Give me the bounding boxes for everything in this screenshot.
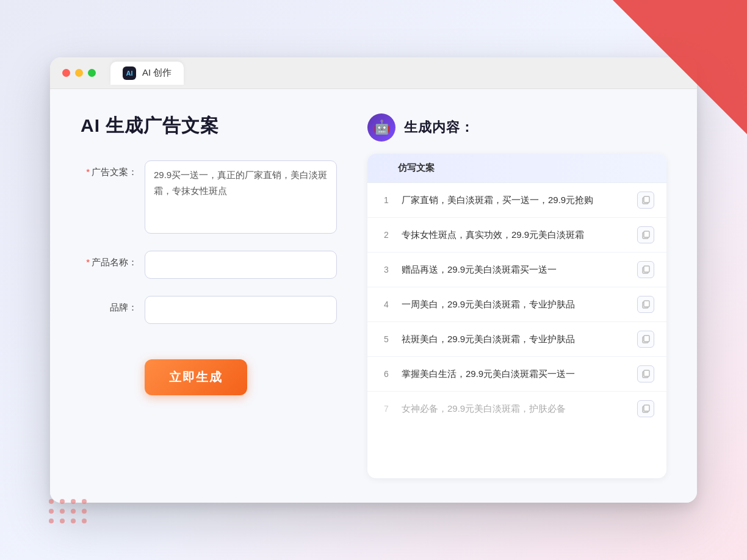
table-header: 仿写文案: [367, 154, 666, 183]
tab-label: AI 创作: [142, 67, 171, 79]
row-number: 4: [380, 300, 393, 309]
product-name-input[interactable]: 美白淡斑霜: [145, 251, 337, 279]
result-table: 仿写文案 1 厂家直销，美白淡斑霜，买一送一，29.9元抢购 2 专抹女性斑点，…: [367, 154, 666, 478]
row-number: 3: [380, 265, 393, 275]
table-row: 7 女神必备，29.9元美白淡斑霜，护肤必备: [367, 392, 666, 426]
copy-button[interactable]: [637, 261, 654, 278]
table-row: 5 祛斑美白，29.9元美白淡斑霜，专业护肤品: [367, 322, 666, 357]
svg-rect-11: [644, 370, 649, 376]
copy-button[interactable]: [637, 331, 654, 348]
titlebar: AI AI 创作: [50, 57, 697, 89]
svg-rect-5: [644, 266, 649, 272]
ad-copy-label: *广告文案：: [81, 160, 145, 178]
required-star: *: [86, 167, 90, 177]
row-number: 2: [380, 230, 393, 240]
corner-decoration: [613, 0, 747, 134]
svg-rect-3: [644, 231, 649, 237]
table-row: 2 专抹女性斑点，真实功效，29.9元美白淡斑霜: [367, 218, 666, 253]
row-number: 1: [380, 195, 393, 205]
table-row: 6 掌握美白生活，29.9元美白淡斑霜买一送一: [367, 357, 666, 392]
dot-decoration: [49, 499, 88, 523]
copy-button[interactable]: [637, 296, 654, 313]
brand-input[interactable]: 好白: [145, 296, 337, 324]
row-text: 赠品再送，29.9元美白淡斑霜买一送一: [402, 263, 629, 277]
row-text: 一周美白，29.9元美白淡斑霜，专业护肤品: [402, 298, 629, 312]
svg-rect-9: [644, 336, 649, 342]
row-number: 5: [380, 334, 393, 344]
maximize-button[interactable]: [88, 69, 96, 77]
row-number: 6: [380, 369, 393, 379]
row-text: 厂家直销，美白淡斑霜，买一送一，29.9元抢购: [402, 193, 629, 207]
brand-label: 品牌：: [81, 296, 145, 314]
copy-button[interactable]: [637, 192, 654, 209]
content-area: AI 生成广告文案 *广告文案： 29.9买一送一，真正的厂家直销，美白淡斑霜，…: [50, 89, 697, 503]
right-panel: 🤖 生成内容： 仿写文案 1 厂家直销，美白淡斑霜，买一送一，29.9元抢购 2…: [367, 113, 666, 478]
table-row: 3 赠品再送，29.9元美白淡斑霜买一送一: [367, 253, 666, 287]
tab-icon: AI: [123, 66, 136, 80]
ad-copy-input[interactable]: 29.9买一送一，真正的厂家直销，美白淡斑霜，专抹女性斑点: [145, 160, 337, 234]
table-row: 1 厂家直销，美白淡斑霜，买一送一，29.9元抢购: [367, 183, 666, 218]
copy-button[interactable]: [637, 365, 654, 382]
table-row: 4 一周美白，29.9元美白淡斑霜，专业护肤品: [367, 287, 666, 322]
row-text: 祛斑美白，29.9元美白淡斑霜，专业护肤品: [402, 332, 629, 346]
svg-rect-7: [644, 301, 649, 307]
traffic-lights: [62, 69, 96, 77]
browser-window: AI AI 创作 AI 生成广告文案 *广告文案： 29.9买一送一，真正的厂家…: [50, 57, 697, 503]
result-title: 生成内容：: [404, 118, 474, 137]
page-title: AI 生成广告文案: [81, 113, 337, 138]
generate-button[interactable]: 立即生成: [145, 359, 247, 395]
row-text: 女神必备，29.9元美白淡斑霜，护肤必备: [402, 402, 629, 416]
close-button[interactable]: [62, 69, 70, 77]
row-number: 7: [380, 404, 393, 414]
ai-tab[interactable]: AI AI 创作: [110, 62, 184, 85]
brand-row: 品牌： 好白: [81, 296, 337, 324]
product-name-row: *产品名称： 美白淡斑霜: [81, 251, 337, 279]
row-text: 掌握美白生活，29.9元美白淡斑霜买一送一: [402, 367, 629, 381]
svg-rect-1: [644, 196, 649, 203]
product-name-label: *产品名称：: [81, 251, 145, 268]
required-star-2: *: [86, 257, 90, 267]
ad-copy-row: *广告文案： 29.9买一送一，真正的厂家直销，美白淡斑霜，专抹女性斑点: [81, 160, 337, 234]
svg-rect-13: [644, 405, 649, 411]
copy-button[interactable]: [637, 226, 654, 243]
robot-icon: 🤖: [367, 113, 395, 142]
copy-button[interactable]: [637, 400, 654, 417]
left-panel: AI 生成广告文案 *广告文案： 29.9买一送一，真正的厂家直销，美白淡斑霜，…: [81, 113, 337, 478]
row-text: 专抹女性斑点，真实功效，29.9元美白淡斑霜: [402, 228, 629, 242]
minimize-button[interactable]: [75, 69, 83, 77]
